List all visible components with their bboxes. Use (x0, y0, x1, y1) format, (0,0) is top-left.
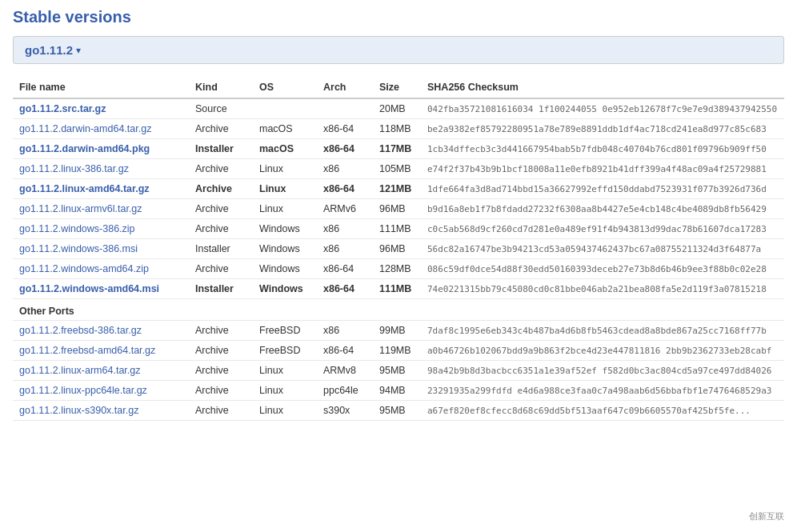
version-label: go1.11.2 (25, 43, 73, 57)
file-arch: x86-64 (317, 139, 373, 159)
file-link[interactable]: go1.11.2.src.tar.gz (19, 103, 106, 114)
file-link[interactable]: go1.11.2.freebsd-amd64.tar.gz (19, 345, 155, 356)
file-link[interactable]: go1.11.2.darwin-amd64.pkg (19, 143, 150, 154)
file-kind: Archive (189, 179, 253, 199)
file-link[interactable]: go1.11.2.windows-386.msi (19, 243, 138, 254)
file-size: 128MB (373, 259, 421, 279)
file-size: 96MB (373, 239, 421, 259)
file-kind: Installer (189, 139, 253, 159)
file-size: 20MB (373, 98, 421, 119)
col-header-size: Size (373, 77, 421, 98)
downloads-table: File name Kind OS Arch Size SHA256 Check… (13, 77, 784, 421)
file-kind: Archive (189, 361, 253, 381)
file-arch: x86-64 (317, 179, 373, 199)
file-size: 105MB (373, 159, 421, 179)
file-arch: ARMv8 (317, 361, 373, 381)
file-os: Windows (253, 219, 317, 239)
table-row: go1.11.2.freebsd-386.tar.gzArchiveFreeBS… (13, 321, 784, 341)
file-arch: x86 (317, 159, 373, 179)
other-ports-header: Other Ports (13, 299, 784, 321)
file-checksum: 1cb34dffecb3c3d441667954bab5b7fdb048c407… (421, 139, 784, 159)
file-kind: Archive (189, 159, 253, 179)
file-os: FreeBSD (253, 341, 317, 361)
table-row: go1.11.2.src.tar.gzSource20MB042fba35721… (13, 98, 784, 119)
file-os: Linux (253, 361, 317, 381)
file-kind: Installer (189, 239, 253, 259)
table-row: go1.11.2.linux-s390x.tar.gzArchiveLinuxs… (13, 401, 784, 421)
file-size: 121MB (373, 179, 421, 199)
col-header-filename: File name (13, 77, 189, 98)
file-checksum: 74e0221315bb79c45080cd0c81bbe046ab2a21be… (421, 279, 784, 299)
other-ports-label: Other Ports (13, 299, 784, 321)
table-row: go1.11.2.windows-amd64.msiInstallerWindo… (13, 279, 784, 299)
file-arch: ppc64le (317, 381, 373, 401)
file-os: macOS (253, 119, 317, 139)
file-link[interactable]: go1.11.2.windows-386.zip (19, 223, 135, 234)
file-link[interactable]: go1.11.2.linux-ppc64le.tar.gz (19, 385, 147, 396)
file-kind: Archive (189, 381, 253, 401)
file-size: 117MB (373, 139, 421, 159)
file-link[interactable]: go1.11.2.linux-armv6l.tar.gz (19, 203, 142, 214)
file-link[interactable]: go1.11.2.freebsd-386.tar.gz (19, 325, 142, 336)
file-link[interactable]: go1.11.2.linux-amd64.tar.gz (19, 183, 150, 194)
file-arch: x86-64 (317, 119, 373, 139)
file-checksum: a67ef820ef8cfecc8d68c69dd5bf513aaf647c09… (421, 401, 784, 421)
file-arch: x86 (317, 239, 373, 259)
file-size: 95MB (373, 361, 421, 381)
file-os: macOS (253, 139, 317, 159)
file-kind: Archive (189, 401, 253, 421)
file-size: 118MB (373, 119, 421, 139)
file-os: Linux (253, 159, 317, 179)
file-checksum: c0c5ab568d9cf260cd7d281e0a489ef91f4b9438… (421, 219, 784, 239)
file-checksum: b9d16a8eb1f7b8fdadd27232f6308aa8b4427e5e… (421, 199, 784, 219)
file-link[interactable]: go1.11.2.linux-arm64.tar.gz (19, 365, 140, 376)
table-row: go1.11.2.freebsd-amd64.tar.gzArchiveFree… (13, 341, 784, 361)
file-kind: Archive (189, 219, 253, 239)
table-row: go1.11.2.linux-386.tar.gzArchiveLinuxx86… (13, 159, 784, 179)
table-row: go1.11.2.darwin-amd64.tar.gzArchivemacOS… (13, 119, 784, 139)
table-row: go1.11.2.windows-386.zipArchiveWindowsx8… (13, 219, 784, 239)
file-link[interactable]: go1.11.2.darwin-amd64.tar.gz (19, 123, 151, 134)
file-size: 111MB (373, 219, 421, 239)
table-row: go1.11.2.windows-386.msiInstallerWindows… (13, 239, 784, 259)
table-header-row: File name Kind OS Arch Size SHA256 Check… (13, 77, 784, 98)
file-os: Windows (253, 239, 317, 259)
table-row: go1.11.2.linux-arm64.tar.gzArchiveLinuxA… (13, 361, 784, 381)
table-row: go1.11.2.linux-armv6l.tar.gzArchiveLinux… (13, 199, 784, 219)
file-os: Windows (253, 279, 317, 299)
table-row: go1.11.2.linux-ppc64le.tar.gzArchiveLinu… (13, 381, 784, 401)
file-arch: s390x (317, 401, 373, 421)
file-os: Linux (253, 401, 317, 421)
file-os: FreeBSD (253, 321, 317, 341)
file-link[interactable]: go1.11.2.linux-386.tar.gz (19, 163, 129, 174)
file-checksum: 56dc82a16747be3b94213cd53a059437462437bc… (421, 239, 784, 259)
file-size: 95MB (373, 401, 421, 421)
col-header-checksum: SHA256 Checksum (421, 77, 784, 98)
file-link[interactable]: go1.11.2.windows-amd64.msi (19, 283, 159, 294)
file-arch: ARMv6 (317, 199, 373, 219)
chevron-down-icon: ▾ (76, 45, 81, 56)
file-size: 119MB (373, 341, 421, 361)
file-link[interactable]: go1.11.2.windows-amd64.zip (19, 263, 149, 274)
file-link[interactable]: go1.11.2.linux-s390x.tar.gz (19, 405, 138, 416)
file-checksum: 086c59df0dce54d88f30edd50160393deceb27e7… (421, 259, 784, 279)
table-row: go1.11.2.linux-amd64.tar.gzArchiveLinuxx… (13, 179, 784, 199)
file-kind: Archive (189, 321, 253, 341)
file-arch: x86-64 (317, 259, 373, 279)
col-header-kind: Kind (189, 77, 253, 98)
file-checksum: be2a9382ef85792280951a78e789e8891ddb1df4… (421, 119, 784, 139)
file-size: 94MB (373, 381, 421, 401)
file-kind: Archive (189, 259, 253, 279)
file-kind: Archive (189, 341, 253, 361)
page-title: Stable versions (13, 8, 784, 26)
version-selector[interactable]: go1.11.2 ▾ (13, 36, 784, 64)
file-arch: x86-64 (317, 279, 373, 299)
file-size: 96MB (373, 199, 421, 219)
file-os: Linux (253, 179, 317, 199)
file-os: Linux (253, 381, 317, 401)
file-os (253, 98, 317, 119)
file-size: 99MB (373, 321, 421, 341)
file-size: 111MB (373, 279, 421, 299)
file-kind: Installer (189, 279, 253, 299)
file-arch: x86 (317, 321, 373, 341)
